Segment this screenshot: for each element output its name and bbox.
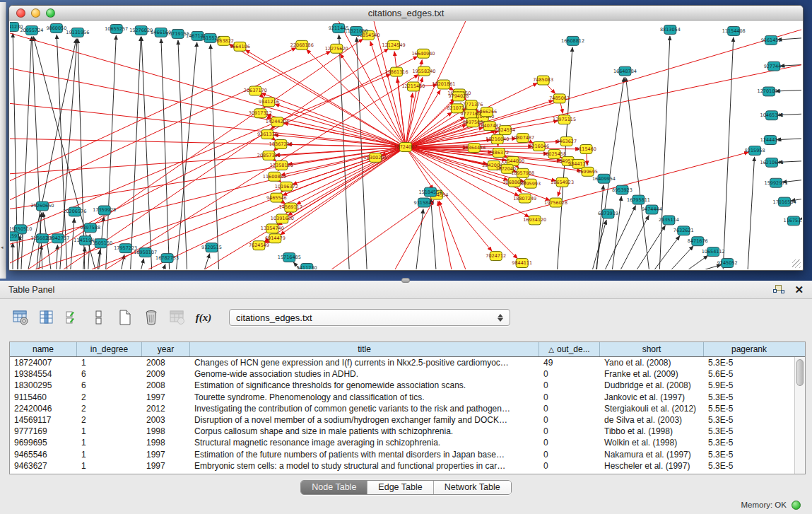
graph-node[interactable]: 7024712 (486, 252, 506, 261)
graph-node[interactable]: 22068186 (290, 40, 314, 49)
table-settings-icon[interactable] (11, 308, 30, 327)
graph-node[interactable]: 9463627 (556, 137, 577, 146)
graph-edge[interactable] (339, 35, 350, 269)
graph-edge[interactable] (164, 264, 165, 269)
graph-node[interactable]: 16640940 (411, 49, 435, 58)
graph-edge[interactable] (688, 255, 708, 269)
column-header-in_degree[interactable]: in_degree (77, 342, 142, 356)
graph-edge[interactable] (626, 77, 649, 269)
graph-edge[interactable] (612, 197, 621, 269)
graph-node[interactable]: 20055724 (20, 25, 43, 35)
graph-node[interactable]: 11600830 (263, 172, 286, 181)
graph-node[interactable]: 16958107 (134, 248, 157, 257)
graph-edge[interactable] (723, 37, 734, 269)
table-row[interactable]: 2242004622012Investigating the contribut… (10, 403, 794, 414)
graph-node[interactable]: 9474444 (642, 205, 662, 214)
table-row[interactable]: 977716911998Corpus callosum shape and si… (10, 426, 794, 437)
graph-edge[interactable] (637, 226, 665, 269)
graph-node[interactable]: 9699695 (577, 167, 598, 176)
table-row[interactable]: 969969511998Structural magnetic resonanc… (10, 437, 794, 448)
graph-edge[interactable] (431, 199, 436, 269)
graph-edge[interactable] (205, 147, 406, 269)
table-row[interactable]: 946554611997Estimation of the future num… (10, 449, 794, 460)
graph-node[interactable]: 9860050 (46, 23, 66, 33)
graph-node[interactable]: 9115460 (576, 145, 596, 154)
graph-node[interactable]: 16782753 (155, 254, 179, 263)
graph-node[interactable]: 16934120 (523, 216, 546, 225)
tab-node-table[interactable]: Node Table (301, 481, 367, 494)
graph-edge[interactable] (71, 218, 74, 269)
graph-edge[interactable] (406, 147, 433, 189)
graph-node[interactable]: 18367230 (269, 140, 293, 149)
graph-node[interactable]: 3915910 (10, 232, 23, 241)
graph-edge[interactable] (406, 93, 413, 147)
graph-node[interactable]: 8813054 (660, 25, 681, 34)
graph-node[interactable]: 11154408 (722, 26, 746, 35)
graph-node[interactable]: 10655257 (105, 24, 128, 33)
graph-node[interactable]: 15276020 (129, 25, 153, 35)
graph-node[interactable]: 9561452 (761, 35, 782, 45)
graph-node[interactable]: 9844111 (512, 259, 532, 268)
graph-node[interactable]: 16648784 (613, 66, 637, 76)
scrollbar-thumb[interactable] (796, 359, 804, 386)
graph-node[interactable]: 12124549 (382, 40, 406, 49)
network-window-titlebar[interactable]: citations_edges.txt (9, 6, 803, 21)
delete-icon[interactable] (142, 308, 160, 327)
graph-node[interactable]: 9411230 (297, 264, 317, 269)
row-height-icon[interactable] (90, 308, 108, 327)
graph-node[interactable]: 19131956 (66, 28, 89, 37)
graph-edge[interactable] (439, 201, 466, 269)
graph-node[interactable]: 18216040 (486, 135, 509, 144)
tab-network-table[interactable]: Network Table (434, 481, 511, 494)
select-columns-icon[interactable] (64, 308, 82, 327)
table-row[interactable]: 1456911722003Disruption of a novel membe… (10, 414, 794, 426)
graph-edge[interactable] (10, 57, 418, 263)
graph-node[interactable]: 15992971 (765, 178, 788, 187)
table-row[interactable]: 1938455462009Genome-wide association stu… (10, 368, 794, 380)
network-canvas[interactable]: 1872400776638229664106220681861185454012… (10, 21, 802, 269)
graph-node[interactable]: 19756028 (544, 198, 567, 207)
graph-node[interactable]: 9664106 (230, 42, 250, 51)
close-button[interactable] (16, 8, 25, 18)
zoom-button[interactable] (46, 8, 55, 18)
graph-edge[interactable] (28, 39, 363, 269)
minimize-button[interactable] (31, 8, 40, 18)
graph-node[interactable]: 9465546 (266, 193, 287, 202)
graph-edge[interactable] (131, 37, 141, 269)
graph-node[interactable]: 9361316 (257, 130, 278, 139)
column-header-short[interactable]: short (600, 342, 704, 356)
table-row[interactable]: 946362711997Embryonic stem cells: a mode… (10, 460, 794, 472)
graph-node[interactable]: 16409954 (592, 174, 616, 183)
graph-node[interactable]: 1244413 (760, 136, 781, 145)
table-vertical-scrollbar[interactable] (794, 357, 805, 474)
graph-node[interactable]: 8471676 (688, 237, 708, 246)
graph-edge[interactable] (57, 245, 58, 269)
graph-edge[interactable] (438, 201, 452, 269)
column-header-title[interactable]: title (190, 342, 539, 356)
graph-node[interactable]: 13354740 (261, 224, 284, 233)
graph-node[interactable]: 16795811 (627, 195, 650, 204)
graph-node[interactable]: 8953923 (612, 185, 632, 194)
graph-node[interactable]: 13201861 (432, 80, 455, 89)
graph-node[interactable]: 16210643 (760, 158, 784, 167)
table-row[interactable]: 1872400712008Changes of HCN gene express… (10, 357, 794, 368)
graph-node[interactable]: 18957988 (511, 168, 534, 177)
graph-node[interactable]: 10391630 (271, 214, 294, 223)
graph-edge[interactable] (406, 30, 801, 147)
window-resize-handle[interactable] (792, 259, 801, 268)
graph-edge[interactable] (211, 45, 219, 269)
table-row[interactable]: 911546021997Tourette syndrome. Phenomeno… (10, 392, 794, 403)
graph-node[interactable]: 18807249 (513, 194, 536, 203)
graph-edge[interactable] (416, 209, 423, 269)
graph-node[interactable]: 10654112 (702, 247, 725, 257)
graph-node[interactable]: 9277444 (764, 62, 784, 71)
graph-node[interactable]: 10807487 (511, 134, 534, 143)
column-header-name[interactable]: name (10, 342, 77, 356)
graph-node[interactable]: 10196372 (275, 182, 298, 191)
graph-node[interactable]: 12358120 (270, 160, 293, 170)
graph-edge[interactable] (161, 39, 170, 269)
graph-node[interactable]: 14569117 (279, 203, 302, 212)
control-panel-collapsed-strip[interactable]: ◂ (0, 2, 6, 279)
graph-node[interactable]: 9397588 (80, 223, 100, 233)
column-chooser-icon[interactable] (37, 308, 56, 327)
